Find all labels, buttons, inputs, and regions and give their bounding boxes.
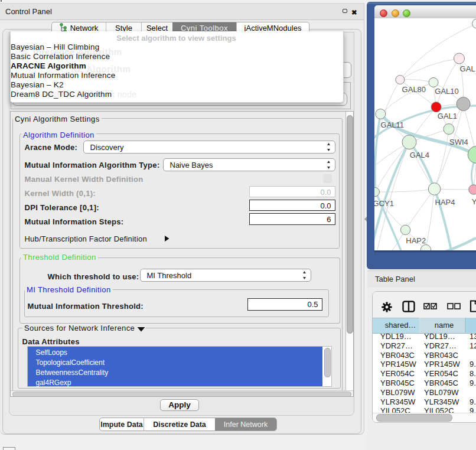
svg-text:HAP4: HAP4 xyxy=(435,198,455,207)
svg-text:GAL: GAL xyxy=(460,64,475,73)
svg-text:GAL1: GAL1 xyxy=(438,112,457,120)
svg-text:GAL10: GAL10 xyxy=(435,87,458,96)
svg-text:GAL4: GAL4 xyxy=(410,151,429,159)
svg-text:GCY1: GCY1 xyxy=(374,199,394,208)
svg-text:HAP2: HAP2 xyxy=(406,236,426,245)
svg-text:Y: Y xyxy=(472,197,476,206)
svg-text:GAL80: GAL80 xyxy=(402,85,426,94)
svg-text:SWI4: SWI4 xyxy=(449,138,468,146)
svg-text:GAL11: GAL11 xyxy=(381,120,405,129)
